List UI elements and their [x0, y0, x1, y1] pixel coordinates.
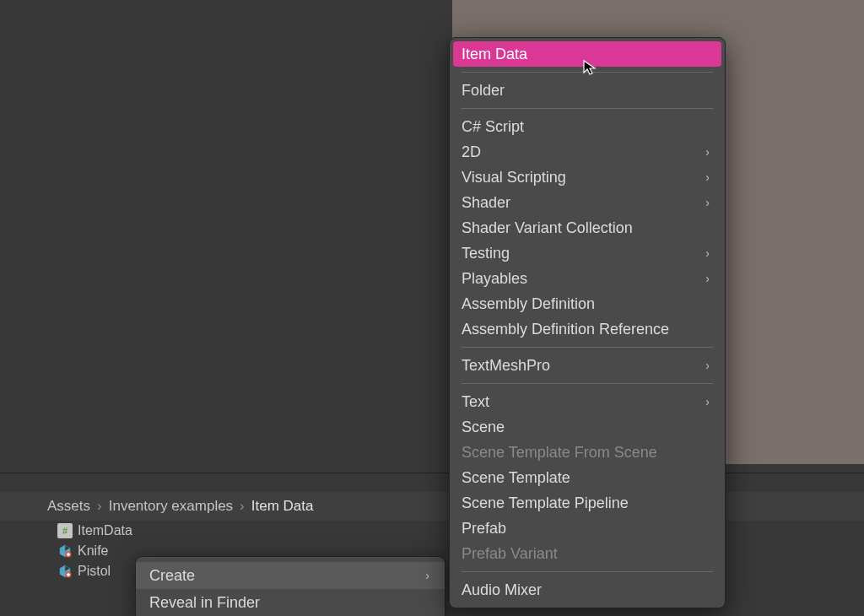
menu-item-create[interactable]: Create ›: [136, 562, 445, 589]
menu-item-label: Reveal in Finder: [149, 594, 260, 612]
menu-item-label: Shader Variant Collection: [462, 219, 633, 237]
list-item[interactable]: ItemData: [57, 521, 132, 540]
menu-separator: [462, 383, 713, 384]
breadcrumb[interactable]: Assets › Inventory examples › Item Data: [0, 492, 864, 521]
menu-item-prefab[interactable]: Prefab: [450, 516, 725, 541]
menu-item-label: Visual Scripting: [462, 169, 566, 186]
menu-item-assembly-definition-reference[interactable]: Assembly Definition Reference: [450, 316, 725, 342]
chevron-right-icon: ›: [705, 145, 710, 159]
breadcrumb-root[interactable]: Assets: [46, 498, 92, 515]
menu-item-label: Testing: [462, 245, 510, 262]
menu-item-label: Playables: [462, 270, 527, 288]
menu-item-label: Assembly Definition Reference: [462, 321, 669, 338]
menu-item-reveal-in-finder[interactable]: Reveal in Finder: [136, 589, 445, 616]
chevron-right-icon: ›: [705, 359, 710, 372]
menu-item-2d[interactable]: 2D›: [450, 139, 725, 165]
chevron-right-icon: ›: [92, 498, 107, 515]
breadcrumb-folder[interactable]: Inventory examples: [107, 498, 235, 515]
prefab-icon: [57, 564, 73, 579]
menu-item-label: Assembly Definition: [462, 295, 595, 313]
menu-item-scene-template[interactable]: Scene Template: [450, 465, 725, 490]
menu-item-label: Create: [149, 567, 195, 585]
menu-item-label: Scene Template: [462, 469, 570, 487]
asset-name: Knife: [78, 543, 108, 559]
menu-item-scene[interactable]: Scene: [450, 414, 725, 440]
menu-item-label: Folder: [462, 82, 505, 100]
menu-separator: [462, 347, 713, 348]
asset-name: ItemData: [78, 523, 132, 538]
menu-item-label: TextMeshPro: [462, 357, 550, 375]
svg-rect-5: [68, 573, 69, 576]
chevron-right-icon: ›: [705, 196, 710, 209]
chevron-right-icon: ›: [705, 272, 710, 285]
context-menu: Create › Reveal in Finder: [135, 556, 446, 616]
chevron-right-icon: ›: [705, 170, 710, 184]
chevron-right-icon: ›: [425, 569, 429, 582]
breadcrumb-current[interactable]: Item Data: [250, 498, 316, 515]
menu-item-label: 2D: [462, 143, 481, 161]
menu-item-scene-template-from-scene: Scene Template From Scene: [450, 440, 725, 465]
list-item[interactable]: Knife: [57, 542, 132, 560]
menu-item-audio-mixer[interactable]: Audio Mixer: [450, 577, 725, 602]
menu-item-label: C# Script: [462, 118, 524, 136]
svg-rect-2: [68, 553, 69, 556]
asset-list: ItemData Knife Pistol: [57, 521, 132, 581]
menu-item-text[interactable]: Text›: [450, 389, 725, 414]
menu-separator: [462, 72, 713, 73]
menu-item-label: Prefab: [462, 520, 506, 538]
menu-item-label: Scene Template Pipeline: [462, 494, 629, 512]
menu-item-playables[interactable]: Playables›: [450, 266, 725, 291]
menu-item-prefab-variant: Prefab Variant: [450, 541, 725, 566]
menu-item-textmeshpro[interactable]: TextMeshPro›: [450, 353, 725, 378]
create-submenu: Item DataFolderC# Script2D›Visual Script…: [449, 37, 726, 608]
menu-item-label: Item Data: [462, 46, 527, 63]
menu-item-label: Scene Template From Scene: [462, 444, 657, 462]
menu-separator: [462, 108, 713, 109]
menu-item-assembly-definition[interactable]: Assembly Definition: [450, 291, 725, 316]
prefab-icon: [57, 543, 73, 559]
menu-item-item-data[interactable]: Item Data: [453, 41, 721, 67]
chevron-right-icon: ›: [705, 246, 710, 260]
menu-item-c-script[interactable]: C# Script: [450, 114, 725, 139]
chevron-right-icon: ›: [705, 395, 710, 408]
menu-item-label: Scene: [462, 419, 505, 436]
chevron-right-icon: ›: [235, 498, 250, 515]
menu-item-visual-scripting[interactable]: Visual Scripting›: [450, 165, 725, 190]
menu-item-label: Shader: [462, 194, 510, 212]
menu-item-label: Audio Mixer: [462, 581, 542, 599]
menu-item-scene-template-pipeline[interactable]: Scene Template Pipeline: [450, 490, 725, 516]
menu-item-label: Prefab Variant: [462, 545, 558, 563]
asset-name: Pistol: [78, 564, 111, 579]
menu-item-folder[interactable]: Folder: [450, 78, 725, 103]
menu-separator: [462, 571, 713, 572]
menu-item-testing[interactable]: Testing›: [450, 240, 725, 266]
menu-item-shader[interactable]: Shader›: [450, 190, 725, 215]
list-item[interactable]: Pistol: [57, 562, 132, 581]
menu-item-label: Text: [462, 393, 489, 411]
csharp-script-icon: [57, 523, 73, 538]
menu-item-shader-variant-collection[interactable]: Shader Variant Collection: [450, 215, 725, 240]
